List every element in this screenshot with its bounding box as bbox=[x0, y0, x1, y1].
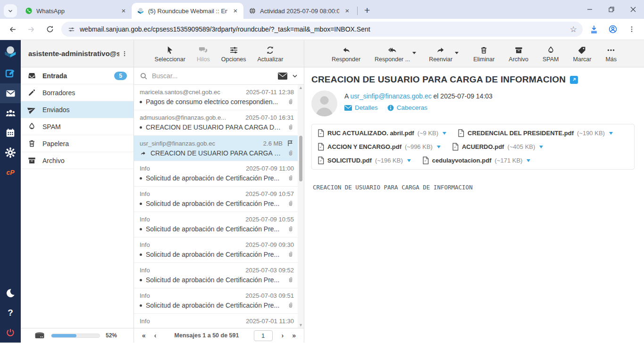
downloads-button[interactable] bbox=[586, 22, 602, 37]
attachment-chip[interactable]: SOLICITUD.pdf (~196 KB) bbox=[318, 156, 411, 164]
open-in-new-window-icon[interactable] bbox=[570, 76, 578, 84]
logout-button[interactable] bbox=[0, 323, 21, 343]
back-button[interactable] bbox=[5, 22, 20, 37]
folder-spam[interactable]: SPAM bbox=[21, 118, 134, 135]
attachment-paperclip-icon bbox=[287, 302, 294, 309]
tab-search-button[interactable] bbox=[4, 4, 17, 17]
message-row[interactable]: Info 2025-07-01 11:30 bbox=[134, 314, 298, 328]
scroll-up-arrow[interactable]: ▲ bbox=[298, 85, 304, 90]
folder-archivo[interactable]: Archivo bbox=[21, 152, 134, 169]
message-sender: admusuarios@finanzas.gob.e... bbox=[140, 114, 242, 121]
recipient-address-link[interactable]: usr_sinfip@finanzas.gob.ec bbox=[350, 92, 431, 100]
mark-button[interactable]: Marcar bbox=[572, 45, 593, 63]
search-bar[interactable]: Buscar... bbox=[134, 67, 304, 85]
more-button[interactable]: Más bbox=[604, 45, 618, 63]
attachment-dropdown-caret[interactable] bbox=[609, 132, 613, 135]
help-button[interactable]: ? bbox=[0, 303, 21, 323]
reply-all-button[interactable]: Responder ... bbox=[374, 45, 411, 63]
prev-page-button[interactable]: ‹ bbox=[151, 332, 160, 339]
message-row[interactable]: Info 2025-07-03 09:52 Solicitud de aprob… bbox=[134, 263, 298, 288]
next-page-button[interactable]: › bbox=[278, 332, 287, 339]
message-row[interactable]: Info 2025-07-09 10:57 Solicitud de aprob… bbox=[134, 187, 298, 212]
message-row[interactable]: Info 2025-07-09 09:30 Solicitud de aprob… bbox=[134, 237, 298, 263]
close-icon[interactable]: × bbox=[119, 7, 128, 15]
reply-button[interactable]: Responder bbox=[331, 45, 361, 63]
forward-button[interactable] bbox=[24, 22, 39, 37]
details-link[interactable]: Detalles bbox=[344, 104, 378, 111]
message-row[interactable]: Info 2025-07-09 10:55 Solicitud de aprob… bbox=[134, 212, 298, 237]
close-icon[interactable]: × bbox=[343, 7, 351, 15]
rail-calendar-button[interactable] bbox=[0, 123, 21, 143]
flag-icon[interactable] bbox=[286, 139, 294, 147]
forward-button[interactable]: Reenviar bbox=[428, 45, 453, 63]
dark-mode-button[interactable] bbox=[0, 283, 21, 303]
select-button[interactable]: Seleccionar bbox=[154, 45, 186, 63]
message-row[interactable]: admusuarios@finanzas.gob.e... 2025-07-10… bbox=[134, 110, 298, 136]
folder-entrada[interactable]: Entrada 5 bbox=[21, 67, 134, 84]
delete-button[interactable]: Eliminar bbox=[472, 45, 495, 63]
account-header[interactable]: asistente-administrativo@sa... bbox=[21, 49, 134, 57]
search-input[interactable]: Buscar... bbox=[152, 72, 274, 80]
folder-papelera[interactable]: Papelera bbox=[21, 135, 134, 152]
list-scrollbar[interactable]: ▲ ▼ bbox=[298, 85, 304, 328]
folder-label: SPAM bbox=[42, 123, 127, 131]
attachment-dropdown-caret[interactable] bbox=[437, 146, 441, 148]
reload-button[interactable] bbox=[42, 22, 58, 37]
attachment-chip[interactable]: ACUERDO.pdf (~405 KB) bbox=[452, 143, 543, 151]
refresh-icon bbox=[266, 46, 275, 55]
url-text[interactable]: webmail.sanjuan.gob.ec/cpsess1535909589/… bbox=[80, 25, 562, 33]
scrollbar-thumb[interactable] bbox=[299, 136, 302, 181]
message-row[interactable]: Info 2025-07-03 09:51 Solicitud de aprob… bbox=[134, 288, 298, 314]
kebab-menu-icon[interactable] bbox=[119, 50, 130, 57]
tab-roundcube-active[interactable]: (5) Roundcube Webmail :: Envia × bbox=[132, 3, 243, 19]
profile-button[interactable] bbox=[605, 22, 620, 37]
first-page-button[interactable]: « bbox=[139, 332, 149, 339]
minimize-button[interactable] bbox=[579, 0, 601, 19]
refresh-button[interactable]: Actualizar bbox=[257, 45, 284, 63]
forward-dropdown-caret[interactable] bbox=[455, 52, 459, 54]
restore-button[interactable] bbox=[601, 0, 622, 19]
message-subject: Solicitud de aprobación de Certificación… bbox=[146, 276, 284, 284]
attachment-dropdown-caret[interactable] bbox=[407, 159, 411, 162]
rail-cpanel-button[interactable]: cP bbox=[0, 163, 21, 182]
folder-borradores[interactable]: Borradores bbox=[21, 84, 134, 101]
attachment-chip[interactable]: ACCION Y ENCARGO.pdf (~996 KB) bbox=[318, 143, 441, 151]
threads-button[interactable]: Hilos bbox=[196, 45, 211, 63]
folder-enviados[interactable]: Enviados bbox=[21, 101, 134, 118]
attachment-dropdown-caret[interactable] bbox=[539, 146, 543, 148]
attachment-chip[interactable]: CREDENCIAL DEL PRESIDENTE.pdf (~190 KB) bbox=[458, 129, 613, 137]
omnibox[interactable]: webmail.sanjuan.gob.ec/cpsess1535909589/… bbox=[61, 22, 583, 37]
close-window-button[interactable] bbox=[622, 0, 644, 19]
attachment-dropdown-caret[interactable] bbox=[443, 132, 446, 135]
site-settings-icon[interactable] bbox=[68, 26, 75, 33]
spam-button[interactable]: SPAM bbox=[542, 45, 560, 63]
attachment-chip[interactable]: cedulayvotacion.pdf (~171 KB) bbox=[422, 156, 531, 164]
rail-mail-button[interactable] bbox=[0, 83, 21, 103]
scroll-down-arrow[interactable]: ▼ bbox=[298, 322, 304, 328]
attachment-name: ACUERDO.pdf bbox=[462, 143, 504, 150]
chevron-down-icon[interactable] bbox=[292, 73, 298, 79]
attachment-paperclip-icon bbox=[287, 225, 294, 233]
message-row[interactable]: maricela.santos@cnel.gob.ec 2025-07-11 1… bbox=[134, 85, 298, 110]
rail-contacts-button[interactable] bbox=[0, 103, 21, 123]
headers-link[interactable]: Cabeceras bbox=[387, 104, 427, 111]
page-number-input[interactable]: 1 bbox=[254, 330, 273, 341]
last-page-button[interactable]: » bbox=[289, 332, 299, 339]
tab-actividad[interactable]: Actividad 2025-07-09 08:00:00 × bbox=[243, 3, 355, 19]
bookmark-star-icon[interactable]: ☆ bbox=[567, 24, 580, 34]
close-icon[interactable]: × bbox=[231, 7, 240, 15]
new-tab-button[interactable]: + bbox=[360, 5, 375, 16]
message-row[interactable]: usr_sinfip@finanzas.gob.ec 2.6 MB CREACI… bbox=[134, 136, 298, 161]
attachment-dropdown-caret[interactable] bbox=[527, 159, 530, 162]
message-row[interactable]: Info 2025-07-09 11:00 Solicitud de aprob… bbox=[134, 161, 298, 187]
compose-button[interactable] bbox=[0, 64, 21, 83]
options-button[interactable]: Opciones bbox=[220, 45, 247, 63]
browser-menu-button[interactable] bbox=[624, 22, 639, 37]
archive-button[interactable]: Archivo bbox=[508, 45, 529, 63]
reply-all-dropdown-caret[interactable] bbox=[412, 52, 416, 54]
search-scope-icon[interactable] bbox=[278, 73, 287, 80]
rail-settings-button[interactable] bbox=[0, 143, 21, 163]
attachment-chip[interactable]: RUC ACTUALIZADO. abril.pdf (~9 KB) bbox=[318, 129, 446, 137]
globe-icon bbox=[249, 7, 256, 15]
tab-whatsapp[interactable]: WhatsApp × bbox=[20, 3, 132, 19]
